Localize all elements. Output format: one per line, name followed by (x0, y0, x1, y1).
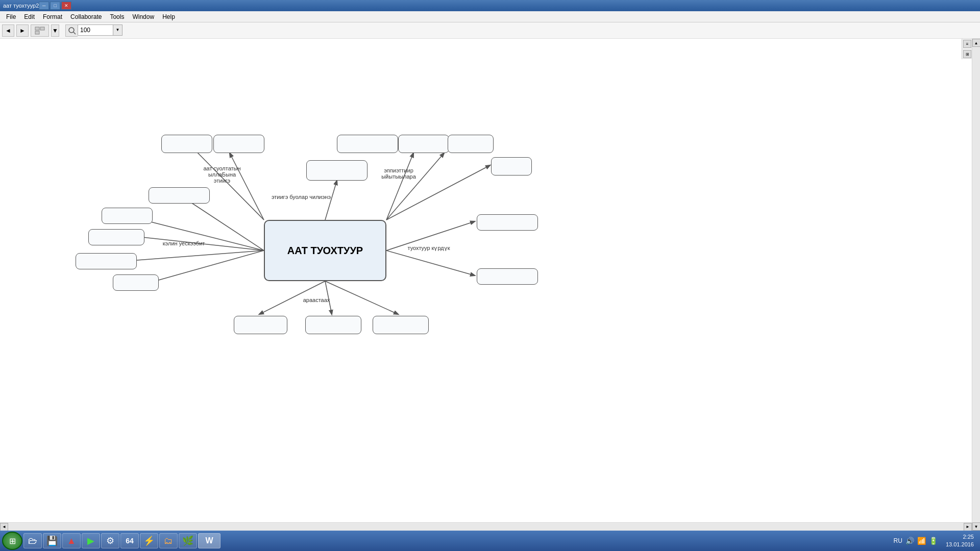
taskbar-save[interactable]: 💾 (43, 533, 61, 548)
svg-point-3 (69, 28, 74, 33)
back-button[interactable]: ◄ (2, 24, 14, 37)
panel-icon-2[interactable]: ⊞ (963, 50, 971, 58)
label-эппиэттиир: эппиэттиир ыйытыылара (365, 167, 432, 180)
label-кэлин: кэлин уескээбит (148, 240, 219, 246)
center-node[interactable]: ААТ ТУОХТУУР (264, 220, 386, 281)
label-туохтуур: туохтуур күрдүк (393, 245, 464, 252)
window-controls: ─ □ ✕ (39, 2, 71, 10)
node-n6[interactable] (398, 135, 449, 153)
svg-rect-0 (35, 27, 39, 30)
panel-icon-1[interactable]: ≡ (963, 40, 971, 48)
svg-rect-1 (40, 27, 44, 30)
menubar: File Edit Format Collaborate Tools Windo… (0, 11, 980, 22)
scroll-left-button[interactable]: ◄ (0, 523, 8, 531)
network-icon[interactable]: 📶 (917, 537, 926, 545)
menu-format[interactable]: Format (39, 12, 66, 21)
forward-button[interactable]: ► (16, 24, 29, 37)
scroll-track-horizontal[interactable] (8, 523, 964, 531)
label-араастаах: араастаах (291, 297, 342, 303)
node-n12[interactable] (113, 274, 159, 291)
menu-edit[interactable]: Edit (20, 12, 39, 21)
node-n7[interactable] (448, 135, 494, 153)
titlebar: аат туохтуур2 ─ □ ✕ (0, 0, 980, 11)
svg-line-4 (74, 32, 76, 34)
view-button[interactable] (31, 24, 49, 37)
node-n17[interactable] (373, 316, 429, 334)
node-n13[interactable] (477, 214, 538, 231)
center-node-label: ААТ ТУОХТУУР (287, 245, 363, 257)
taskbar-flash[interactable]: ⚡ (140, 533, 158, 548)
clock-time: 2:25 (946, 533, 974, 541)
svg-line-17 (386, 251, 475, 276)
main-canvas: ААТ ТУОХТУУР аат суолтатын ыллаБына этии… (0, 39, 980, 531)
node-n14[interactable] (477, 268, 538, 285)
node-n1[interactable] (161, 135, 212, 153)
zoom-icon (65, 24, 78, 37)
battery-icon[interactable]: 🔋 (929, 537, 938, 545)
svg-line-9 (386, 153, 444, 220)
scroll-track-vertical[interactable] (973, 47, 980, 522)
maximize-button[interactable]: □ (50, 2, 60, 10)
label-этиигэ: этиигэ буолар чилиэнэ (260, 194, 342, 200)
start-button[interactable]: ⊞ (2, 532, 22, 550)
scroll-up-button[interactable]: ▲ (972, 39, 981, 47)
taskbar-green[interactable]: 🌿 (179, 533, 197, 548)
svg-line-8 (386, 153, 413, 220)
locale-indicator[interactable]: RU (894, 537, 902, 544)
taskbar-media[interactable]: ▶ (82, 533, 100, 548)
menu-window[interactable]: Window (128, 12, 158, 21)
taskbar-clock[interactable]: 2:25 13.01.2016 (942, 533, 978, 549)
speaker-icon[interactable]: 🔊 (905, 537, 914, 545)
right-scrollbar[interactable]: ▲ ▼ (972, 39, 980, 531)
taskbar-sys-tray: RU 🔊 📶 🔋 (891, 537, 941, 545)
menu-collaborate[interactable]: Collaborate (66, 12, 106, 21)
taskbar-files[interactable]: 🗂 (159, 533, 178, 548)
view-dropdown[interactable]: ▼ (51, 24, 59, 37)
node-n16[interactable] (305, 316, 361, 334)
node-n5[interactable] (337, 135, 398, 153)
svg-line-7 (325, 181, 337, 220)
node-n3[interactable] (149, 187, 210, 204)
close-button[interactable]: ✕ (61, 2, 71, 10)
clock-date: 13.01.2016 (946, 541, 974, 548)
right-panel: ≡ ⊞ (962, 39, 972, 59)
zoom-control: ▼ (65, 24, 122, 37)
scroll-right-button[interactable]: ► (964, 523, 972, 531)
node-n15[interactable] (234, 316, 287, 334)
taskbar-explorer[interactable]: 🗁 (23, 533, 42, 548)
svg-line-5 (230, 153, 264, 220)
menu-tools[interactable]: Tools (106, 12, 128, 21)
node-n10[interactable] (88, 229, 144, 245)
taskbar-word[interactable]: W (198, 533, 220, 548)
minimize-button[interactable]: ─ (39, 2, 49, 10)
zoom-dropdown[interactable]: ▼ (113, 24, 122, 36)
taskbar-settings[interactable]: ⚙ (101, 533, 119, 548)
node-n4[interactable] (306, 160, 368, 181)
node-n2[interactable] (213, 135, 264, 153)
taskbar-app3[interactable]: ▲ (62, 533, 81, 548)
svg-line-14 (130, 251, 264, 261)
menu-help[interactable]: Help (158, 12, 179, 21)
bottom-scrollbar[interactable]: ◄ ► (0, 522, 972, 531)
scroll-down-button[interactable]: ▼ (972, 522, 981, 531)
menu-file[interactable]: File (2, 12, 20, 21)
node-n8[interactable] (491, 157, 532, 176)
svg-line-15 (153, 251, 264, 282)
taskbar-64[interactable]: 64 (120, 533, 139, 548)
node-n9[interactable] (102, 208, 153, 224)
toolbar: ◄ ► ▼ ▼ (0, 22, 980, 39)
title-text: аат туохтуур2 (3, 3, 39, 9)
svg-rect-2 (35, 31, 39, 34)
node-n11[interactable] (76, 253, 137, 269)
taskbar: ⊞ 🗁 💾 ▲ ▶ ⚙ 64 ⚡ 🗂 🌿 W RU 🔊 📶 🔋 2:25 13.… (0, 531, 980, 551)
zoom-input[interactable] (78, 24, 113, 36)
label-aат-суолтатын: аат суолтатын ыллаБына этиигэ (189, 165, 255, 184)
